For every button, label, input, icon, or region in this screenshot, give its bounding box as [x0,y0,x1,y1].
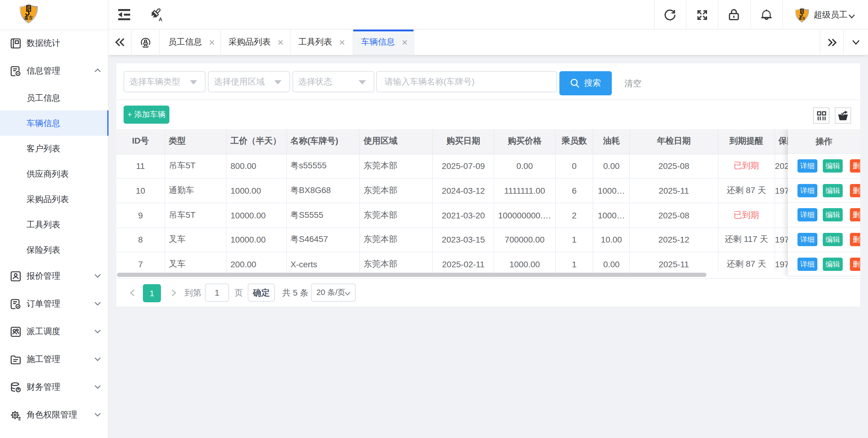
svg-text:盘古: 盘古 [798,16,805,20]
svg-text:A: A [158,17,162,22]
svg-text:盘古: 盘古 [24,15,33,20]
